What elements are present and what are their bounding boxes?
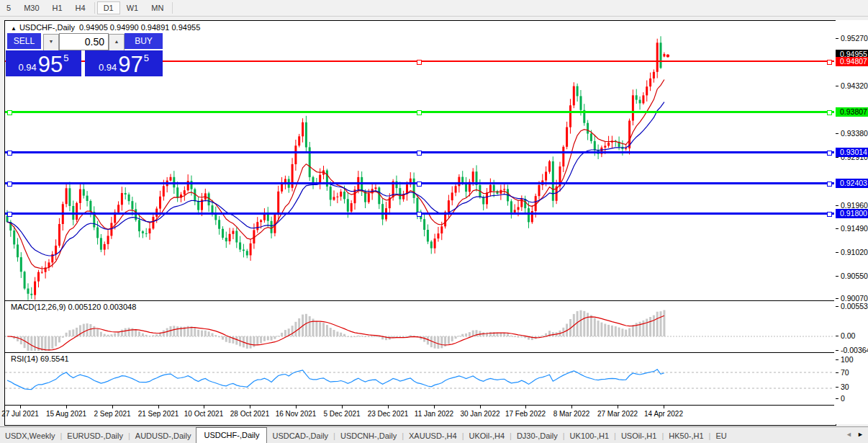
chart-tab-uk100-h1[interactable]: UK100-,H1 [565, 429, 614, 442]
date-tick [296, 406, 297, 408]
level-line-handle[interactable] [7, 182, 12, 187]
level-line-handle[interactable] [7, 151, 12, 156]
sell-price-pip: 5 [63, 53, 68, 63]
sell-button[interactable]: SELL [7, 33, 41, 50]
chart-tab-usdx-weekly[interactable]: USDX,Weekly [0, 429, 60, 442]
level-line-handle[interactable] [417, 212, 422, 217]
date-tick [112, 406, 113, 408]
date-label: 17 Feb 2022 [505, 410, 546, 418]
level-line-handle[interactable] [827, 60, 832, 65]
axis-tick [836, 157, 838, 158]
chart-tab-audusd-daily[interactable]: AUDUSD-,Daily [130, 429, 196, 442]
date-axis[interactable]: 27 Jul 202115 Aug 20212 Sep 202121 Sep 2… [5, 406, 834, 424]
sell-price-big: 95 [38, 55, 63, 75]
chart-tab-usoil-h1[interactable]: USOil-,H1 [616, 429, 662, 442]
buy-price-box[interactable]: 0.94 97 5 [85, 50, 163, 76]
axis-price-label: 0.94320 [841, 81, 868, 90]
toolbar-separator [172, 2, 173, 14]
axis-tick [836, 298, 838, 299]
date-label: 15 Aug 2021 [46, 410, 86, 418]
date-label: 11 Jan 2022 [415, 410, 453, 418]
date-tick [480, 406, 481, 408]
timeframe-h1[interactable]: H1 [46, 1, 69, 14]
axis-price-label: 0.93380 [841, 129, 868, 138]
macd-axis-label: -0.00364 [841, 346, 868, 354]
date-tick [204, 406, 204, 408]
symbol-period-label: USDCHF-,Daily [19, 23, 75, 32]
chart-tab-usdchf-daily[interactable]: USDCHF-,Daily [196, 427, 267, 443]
date-label: 10 Oct 2021 [184, 410, 223, 418]
volume-down-button[interactable]: ▼ [43, 34, 59, 51]
buy-button[interactable]: BUY [125, 33, 163, 50]
rsi-axis-label: 70 [841, 368, 849, 377]
date-tick [388, 406, 389, 408]
sell-price-prefix: 0.94 [18, 62, 36, 73]
axis-tick [836, 205, 838, 206]
timeframe-w1[interactable]: W1 [120, 1, 145, 14]
date-tick [525, 406, 526, 408]
date-label: 5 Dec 2021 [323, 410, 360, 418]
timeframe-d1[interactable]: D1 [97, 1, 120, 14]
date-label: 2 Sep 2021 [94, 410, 130, 418]
date-label: 14 Apr 2022 [644, 410, 683, 418]
axis-tick [836, 359, 838, 360]
buy-price-big: 97 [118, 55, 143, 75]
chart-tab-usdcad-daily[interactable]: USDCAD-,Daily [267, 429, 333, 442]
axis-badge-green-level: 0.93807 [836, 107, 868, 117]
rsi-axis-label: 0 [841, 394, 845, 403]
chart-tab-hk50-h1[interactable]: HK50-,H1 [664, 429, 708, 442]
collapse-panel-icon[interactable]: ▲ [11, 25, 17, 32]
chart-window[interactable]: ▲USDCHF-,Daily 0.94905 0.94990 0.94891 0… [4, 20, 836, 426]
axis-price-label: 0.95270 [841, 34, 868, 42]
level-line-handle[interactable] [7, 212, 12, 217]
axis-tick [836, 336, 838, 336]
date-tick [664, 406, 664, 408]
buy-price-prefix: 0.94 [99, 62, 117, 73]
level-line-handle[interactable] [417, 110, 422, 115]
rsi-axis-label: 100 [841, 355, 854, 364]
chart-tab-xauusd-h4[interactable]: XAUUSD-,H4 [404, 429, 462, 442]
timeframe-5[interactable]: 5 [0, 1, 17, 14]
toolbar-separator [94, 2, 95, 14]
axis-tick [836, 133, 838, 134]
axis-badge-blue-level-3: 0.91800 [836, 209, 868, 218]
axis-tick [836, 398, 838, 399]
date-label: 27 Jul 2021 [1, 410, 39, 418]
timeframe-mn[interactable]: MN [145, 1, 170, 14]
date-tick [66, 406, 67, 408]
level-line-handle[interactable] [7, 110, 12, 115]
volume-up-button[interactable]: ▲ [109, 34, 125, 51]
date-tick [20, 406, 21, 408]
date-tick [158, 406, 159, 408]
chart-tab-eurusd-daily[interactable]: EURUSD-,Daily [62, 429, 128, 442]
tab-scroll-right-icon[interactable]: ► [857, 431, 864, 438]
level-line-handle[interactable] [827, 151, 832, 156]
chart-tab-eu[interactable]: EU [710, 429, 731, 442]
date-label: 30 Jan 2022 [460, 410, 499, 418]
rsi-label: RSI(14) 69.5541 [11, 354, 69, 363]
volume-input[interactable] [59, 33, 109, 50]
level-line-handle[interactable] [417, 151, 422, 156]
level-line-handle[interactable] [417, 60, 422, 65]
chart-tab-dj30-daily[interactable]: DJ30-,Daily [512, 429, 563, 442]
axis-tick [836, 252, 838, 253]
price-axis[interactable]: 0.952700.943200.933800.929100.919600.914… [836, 20, 868, 424]
tab-scroll-left-icon[interactable]: ◄ [846, 431, 852, 438]
date-label: 23 Dec 2021 [368, 410, 409, 418]
chart-tab-usdcnh-daily[interactable]: USDCNH-,Daily [335, 429, 402, 442]
axis-tick [836, 372, 838, 373]
level-line-handle[interactable] [827, 212, 832, 217]
timeframe-m30[interactable]: M30 [17, 1, 45, 14]
level-line-handle[interactable] [827, 182, 832, 187]
macd-axis-label: 0.00 [841, 331, 855, 340]
timeframe-h4[interactable]: H4 [69, 1, 92, 14]
timeframe-toolbar: 5M30H1H4D1W1MN [0, 0, 868, 17]
chart-tab-ukoil-h4[interactable]: UKOil-,H4 [464, 429, 510, 442]
level-line-handle[interactable] [417, 182, 422, 187]
date-label: 8 Mar 2022 [553, 410, 590, 418]
level-line-handle[interactable] [827, 110, 832, 115]
rsi-indicator-chart[interactable] [5, 353, 834, 405]
date-tick [571, 406, 572, 408]
date-label: 28 Oct 2021 [230, 410, 269, 418]
sell-price-box[interactable]: 0.94 95 5 [6, 50, 81, 76]
